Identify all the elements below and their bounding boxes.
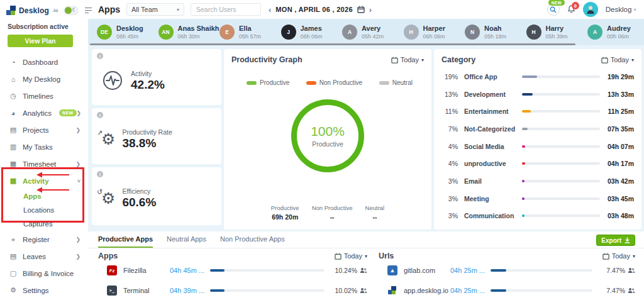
column-title: Apps — [98, 252, 118, 260]
terminal-icon: >_ — [107, 286, 117, 296]
info-icon[interactable]: i — [97, 112, 103, 118]
url-time-link[interactable]: 04h 25m ... — [450, 287, 491, 294]
app-usage-bar — [210, 289, 325, 292]
moon-icon: ☾ — [72, 8, 77, 13]
urls-date-filter[interactable]: Today ▾ — [602, 252, 635, 260]
category-time: 03h 42m — [600, 177, 634, 185]
avatar: J — [281, 25, 296, 40]
sidebar-item-my-tasks[interactable]: ▥My Tasks — [0, 138, 88, 155]
sidebar-subitem-label: Captures — [23, 220, 53, 228]
team-member[interactable]: E Ella05h 57m — [219, 25, 281, 40]
url-name: app.desklog.io — [404, 287, 450, 294]
tab-non-productive-apps[interactable]: Non Productive Apps — [220, 231, 285, 248]
collapse-sidebar-icon[interactable] — [85, 6, 92, 15]
summary-value: 69h 20m — [271, 213, 299, 221]
stat-label: Activity — [131, 70, 165, 77]
view-plan-button[interactable]: View Plan — [8, 35, 73, 47]
graph-legend: Productive Non Productive Neutral — [224, 64, 431, 86]
sidebar-item-label: Timelines — [23, 92, 53, 100]
tab-neutral-apps[interactable]: Neutral Apps — [167, 231, 206, 248]
category-time: 03h 45m — [600, 195, 634, 202]
legend-swatch-productive — [247, 81, 257, 85]
notifications-button[interactable]: 0 — [567, 5, 575, 14]
sidebar-item-label: Timesheet — [23, 160, 56, 168]
team-member[interactable]: A Audrey00h 06m — [587, 25, 644, 40]
sidebar-item-register[interactable]: +Register❯ — [0, 231, 88, 248]
sidebar-item-timelines[interactable]: ◷Timelines — [0, 87, 88, 104]
legend-swatch-neutral — [379, 81, 389, 85]
sidebar-nav: ◔Dashboard ⌂My Desklog ◷Timelines ◕Analy… — [0, 53, 88, 305]
sidebar-item-settings[interactable]: ⚙Settings — [0, 282, 88, 299]
profile-avatar[interactable] — [583, 2, 598, 17]
sidebar-item-analytics[interactable]: ◕AnalyticsNEW❯ — [0, 104, 88, 121]
sidebar-subitem-locations[interactable]: Locations — [0, 203, 88, 217]
summary-value: -- — [365, 213, 385, 221]
next-day-icon[interactable]: › — [369, 6, 372, 14]
prev-day-icon[interactable]: ‹ — [269, 6, 271, 14]
subscription-status: Subscription active — [0, 15, 88, 30]
apps-date-filter[interactable]: Today ▾ — [335, 252, 367, 260]
category-row: 13%Development13h 33m — [434, 86, 641, 103]
calendar-icon[interactable] — [357, 6, 365, 13]
global-search-button[interactable]: NEW — [547, 3, 560, 16]
member-time: 05h 42m — [362, 33, 384, 40]
sidebar-item-activity[interactable]: ▦Activity˅ — [0, 172, 88, 189]
sidebar-item-projects[interactable]: ▤Projects❯ — [0, 121, 88, 138]
category-row: 3%Email03h 42m — [434, 172, 641, 190]
chevron-right-icon: ❯ — [75, 236, 80, 243]
team-member[interactable]: H Harper06h 06m — [404, 25, 465, 40]
sidebar-item-leaves[interactable]: ▤Leaves❯ — [0, 248, 88, 265]
team-member[interactable]: N Noah05h 18m — [465, 25, 526, 40]
app-usage-bar — [210, 269, 325, 272]
horizontal-scrollbar[interactable] — [90, 43, 575, 45]
person-icon — [586, 4, 596, 14]
avatar: A — [587, 25, 602, 40]
profile-name-label: Desklog — [606, 6, 632, 13]
sidebar-subitem-captures[interactable]: Captures — [0, 217, 88, 231]
info-icon[interactable]: i — [97, 53, 103, 59]
category-bar — [522, 197, 600, 200]
sidebar-item-dashboard[interactable]: ◔Dashboard — [0, 53, 88, 70]
url-time-link[interactable]: 04h 25m ... — [450, 267, 491, 274]
stat-value: 42.2% — [131, 78, 165, 92]
category-panel: Category Today ▾ 19%Office App19h 29m 13… — [434, 49, 641, 230]
team-member[interactable]: H Harry05h 39m — [526, 25, 588, 40]
member-time: 06h 06m — [423, 33, 445, 40]
profile-menu[interactable]: Desklog ˅ — [606, 6, 636, 13]
sidebar-item-my-desklog[interactable]: ⌂My Desklog — [0, 70, 88, 87]
team-member[interactable]: DE Desklog06h 45m — [97, 25, 158, 40]
category-date-filter[interactable]: Today ▾ — [601, 56, 634, 64]
team-filter-dropdown[interactable]: All Team ▾ — [126, 3, 184, 16]
dark-mode-toggle[interactable]: ☾ — [64, 6, 78, 15]
team-member[interactable]: AN Anas Shaikh06h 30m — [158, 25, 220, 40]
caret-down-icon: ▾ — [365, 253, 367, 259]
app-time-link[interactable]: 04h 45m ... — [170, 267, 210, 274]
category-label: Email — [464, 177, 482, 185]
filter-value: Today — [611, 56, 629, 64]
sidebar-subitem-apps[interactable]: Apps — [0, 189, 88, 203]
category-time: 03h 48m — [600, 212, 634, 219]
member-time: 06h 06m — [301, 33, 323, 40]
sidebar-item-label: Billing & Invoice — [23, 270, 74, 277]
team-member[interactable]: A Avery05h 42m — [342, 25, 404, 40]
info-icon[interactable]: i — [97, 171, 103, 177]
notification-count-badge: 0 — [572, 2, 579, 9]
graph-date-filter[interactable]: Today ▾ — [391, 56, 424, 64]
category-row: 19%Office App19h 29m — [434, 68, 641, 86]
search-users-input[interactable] — [191, 3, 261, 16]
filter-value: Today — [401, 56, 419, 64]
sidebar-item-timesheet[interactable]: ▦Timesheet❯ — [0, 155, 88, 172]
sidebar-item-billing[interactable]: ▢Billing & Invoice — [0, 265, 88, 282]
app-time-link[interactable]: 04h 39m ... — [170, 287, 210, 294]
desklog-url-icon — [387, 286, 397, 296]
sidebar-item-label: My Desklog — [23, 75, 60, 83]
member-name: Desklog — [116, 25, 143, 33]
panel-title: Productivity Graph — [231, 55, 303, 64]
filter-value: Today — [344, 252, 362, 260]
export-button[interactable]: Export — [596, 235, 635, 246]
team-member[interactable]: J James06h 06m — [281, 25, 343, 40]
sidebar-item-logout[interactable]: ⇥Logout — [0, 299, 88, 305]
tab-productive-apps[interactable]: Productive Apps — [98, 231, 153, 248]
category-pct: 11% — [441, 108, 458, 115]
filter-value: Today — [612, 252, 630, 260]
